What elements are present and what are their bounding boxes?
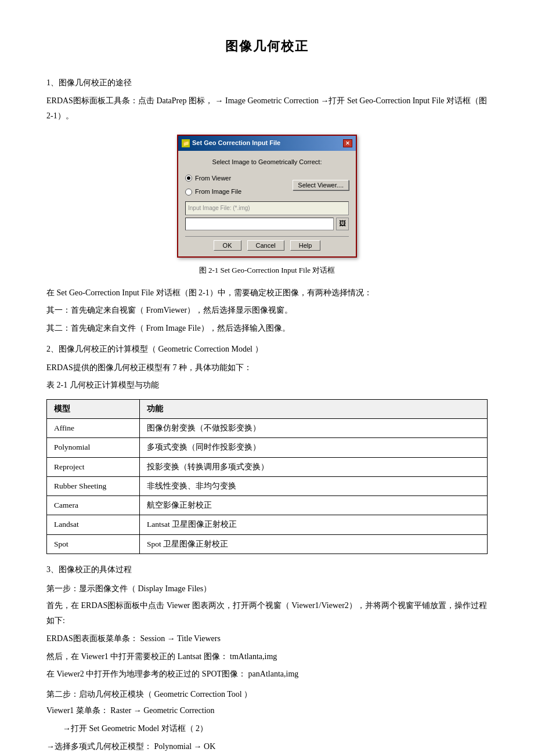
table-cell-function: Lantsat 卫星图像正射校正 bbox=[140, 515, 488, 534]
step1-line-0: 首先，在 ERDAS图标面板中点击 Viewer 图表两次，打开两个视窗（ Vi… bbox=[46, 598, 488, 629]
radio-group: From Viewer From Image File bbox=[185, 173, 289, 198]
table-header-model: 模型 bbox=[47, 399, 140, 418]
step2-line-2: →选择多项式几何校正模型： Polynomial → OK bbox=[46, 739, 488, 755]
table-row: Reproject投影变换（转换调用多项式变换） bbox=[47, 457, 488, 476]
table-cell-function: 航空影像正射校正 bbox=[140, 496, 488, 515]
table-cell-function: Spot 卫星图像正射校正 bbox=[140, 534, 488, 554]
table-cell-model: Reproject bbox=[47, 457, 140, 476]
table-row: Rubber Sheeting 非线性变换、非均匀变换 bbox=[47, 476, 488, 495]
step1-line-2: 然后，在 Viewer1 中打开需要校正的 Lantsat 图像： tmAtla… bbox=[46, 649, 488, 665]
table-cell-model: Landsat bbox=[47, 515, 140, 534]
dialog-options-row: From Viewer From Image File Select Viewe… bbox=[185, 173, 349, 198]
section1-para: ERDAS图标面板工具条：点击 DataPrep 图标， → Image Geo… bbox=[46, 93, 488, 124]
table-cell-function: 非线性变换、非均匀变换 bbox=[140, 476, 488, 495]
radio-from-image[interactable]: From Image File bbox=[185, 186, 289, 198]
input-placeholder-area: Input Image File: (*.img) bbox=[185, 201, 349, 215]
dialog-title-icon: 📁 bbox=[182, 139, 190, 147]
help-button[interactable]: Help bbox=[290, 240, 321, 251]
dialog-box: 📁 Set Geo Correction Input File ✕ Select… bbox=[177, 135, 357, 258]
page-title: 图像几何校正 bbox=[46, 35, 488, 58]
step2-line-1: →打开 Set Geometric Model 对话框（ 2） bbox=[63, 721, 488, 737]
dialog-title-text: Set Geo Correction Input File bbox=[192, 138, 280, 149]
select-viewer-button[interactable]: Select Viewer.... bbox=[293, 180, 349, 190]
table-cell-model: Spot bbox=[47, 534, 140, 554]
dialog-container: 📁 Set Geo Correction Input File ✕ Select… bbox=[46, 135, 488, 258]
file-input-row: 🖼 bbox=[185, 218, 349, 230]
section2-heading: 2、图像几何校正的计算模型（ Geometric Correction Mode… bbox=[46, 342, 488, 356]
table-row: Polynomial多项式变换（同时作投影变换） bbox=[47, 438, 488, 457]
section1-heading: 1、图像几何校正的途径 bbox=[46, 75, 488, 90]
table-header-function: 功能 bbox=[140, 399, 488, 418]
radio-from-image-circle bbox=[185, 189, 192, 196]
ok-button[interactable]: OK bbox=[214, 240, 241, 251]
table-row: Affine图像仿射变换（不做投影变换） bbox=[47, 419, 488, 438]
from-image-label: From Image File bbox=[195, 186, 241, 198]
section2-intro: ERDAS提供的图像几何校正模型有 7 种，具体功能如下： bbox=[46, 360, 488, 376]
dialog-body: Select Image to Geometrically Correct: F… bbox=[178, 151, 356, 256]
table-row: Camera航空影像正射校正 bbox=[47, 496, 488, 515]
table-row: LandsatLantsat 卫星图像正射校正 bbox=[47, 515, 488, 534]
from-viewer-label: From Viewer bbox=[195, 173, 231, 185]
dialog-desc-0: 在 Set Geo-Correction Input File 对话框（图 2-… bbox=[46, 285, 488, 301]
step1-heading: 第一步：显示图像文件（ Display Image Files） bbox=[46, 581, 488, 597]
cancel-button[interactable]: Cancel bbox=[247, 240, 284, 251]
file-browse-button[interactable]: 🖼 bbox=[336, 218, 349, 230]
radio-from-viewer-circle bbox=[185, 175, 192, 182]
table-heading: 表 2-1 几何校正计算模型与功能 bbox=[46, 378, 488, 393]
dialog-prompt: Select Image to Geometrically Correct: bbox=[185, 157, 349, 168]
figure-caption: 图 2-1 Set Geo-Correction Input File 对话框 bbox=[46, 263, 488, 277]
table-cell-model: Rubber Sheeting bbox=[47, 476, 140, 495]
table-cell-model: Camera bbox=[47, 496, 140, 515]
step1-line-3: 在 Viewer2 中打开作为地理参考的校正过的 SPOT图像： panAtla… bbox=[46, 667, 488, 682]
table-cell-function: 多项式变换（同时作投影变换） bbox=[140, 438, 488, 457]
table-row: SpotSpot 卫星图像正射校正 bbox=[47, 534, 488, 554]
dialog-titlebar: 📁 Set Geo Correction Input File ✕ bbox=[178, 136, 356, 151]
table-cell-model: Polynomial bbox=[47, 438, 140, 457]
step2-line-0: Viewer1 菜单条： Raster → Geometric Correcti… bbox=[46, 703, 488, 719]
table-cell-function: 投影变换（转换调用多项式变换） bbox=[140, 457, 488, 476]
dialog-desc-1: 其一：首先确定来自视窗（ FromViewer），然后选择显示图像视窗。 bbox=[46, 303, 488, 319]
table-cell-function: 图像仿射变换（不做投影变换） bbox=[140, 419, 488, 438]
file-input-field[interactable] bbox=[185, 218, 334, 230]
step1-line-1: ERDAS图表面板菜单条： Session → Title Viewers bbox=[46, 631, 488, 647]
dialog-buttons: OK Cancel Help bbox=[185, 236, 349, 251]
input-placeholder-text: Input Image File: (*.img) bbox=[185, 201, 349, 215]
step2-heading: 第二步：启动几何校正模块（ Geometric Correction Tool … bbox=[46, 687, 488, 703]
radio-from-viewer[interactable]: From Viewer bbox=[185, 173, 289, 185]
section3-heading: 3、图像校正的具体过程 bbox=[46, 562, 488, 577]
dialog-close-button[interactable]: ✕ bbox=[343, 139, 352, 147]
dialog-desc-2: 其二：首先确定来自文件（ From Image File），然后选择输入图像。 bbox=[46, 321, 488, 337]
correction-model-table: 模型 功能 Affine图像仿射变换（不做投影变换）Polynomial多项式变… bbox=[46, 399, 488, 554]
table-cell-model: Affine bbox=[47, 419, 140, 438]
